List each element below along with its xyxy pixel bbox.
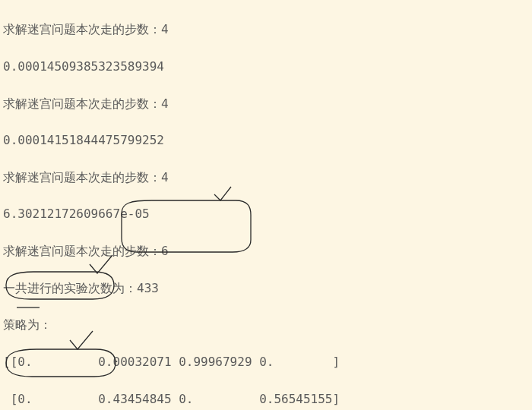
value-line: 6.30212172609667e-05	[3, 205, 529, 223]
value-line: 0.00014509385323589394	[3, 58, 529, 76]
strategy-label-line: 策略为：	[3, 316, 529, 334]
value-line: 0.00014151844475799252	[3, 131, 529, 150]
steps-line: 求解迷宫问题本次走的步数：6	[3, 242, 529, 260]
matrix-row: [[0. 0.00032071 0.99967929 0. ]	[3, 353, 529, 371]
steps-line: 求解迷宫问题本次走的步数：4	[3, 95, 529, 113]
steps-line: 求解迷宫问题本次走的步数：4	[3, 20, 529, 39]
console-output: 求解迷宫问题本次走的步数：4 0.00014509385323589394 求解…	[0, 0, 532, 410]
steps-line: 求解迷宫问题本次走的步数：4	[3, 169, 529, 187]
matrix-row: [0. 0.43454845 0. 0.56545155]	[3, 390, 529, 408]
experiment-count-line: 一共进行的实验次数为：433	[3, 279, 529, 298]
